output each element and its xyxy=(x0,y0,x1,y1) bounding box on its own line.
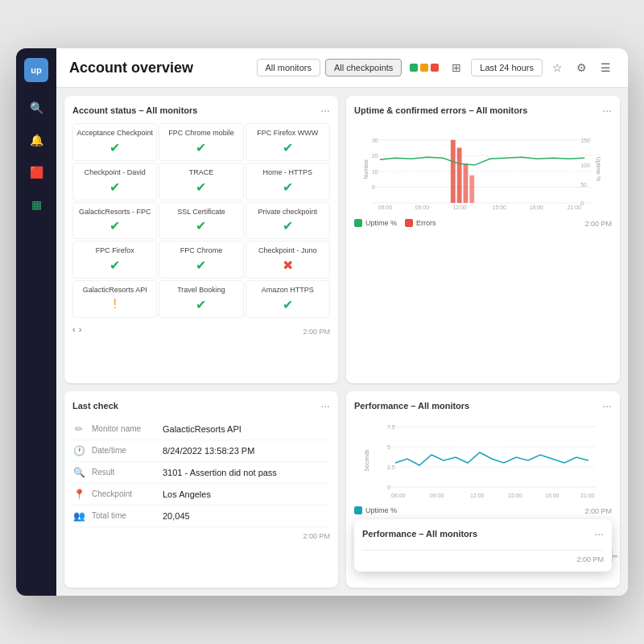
ok-icon: ✔ xyxy=(109,258,120,272)
status-grid: Acceptance Checkpoint✔FPC Chrome mobile✔… xyxy=(72,123,330,318)
status-pagination[interactable]: ‹ › xyxy=(72,324,81,334)
sidebar-item-search[interactable]: 🔍 xyxy=(23,95,49,121)
status-cell: Checkpoint - Juno✖ xyxy=(246,241,330,279)
next-page[interactable]: › xyxy=(79,324,82,334)
uptime-menu[interactable]: ··· xyxy=(602,104,612,117)
svg-text:06:00: 06:00 xyxy=(391,493,406,498)
sidebar-item-reports[interactable]: ▦ xyxy=(23,192,49,217)
sidebar: up 🔍 🔔 🟥 ▦ xyxy=(16,48,56,596)
status-cell: Private checkpoint✔ xyxy=(246,202,330,240)
status-cell-name: FPC Firefox WWW xyxy=(250,129,326,138)
all-checkpoints-button[interactable]: All checkpoints xyxy=(325,59,402,76)
ok-icon: ✔ xyxy=(196,258,206,272)
last-24h-button[interactable]: Last 24 hours xyxy=(471,59,543,76)
ok-icon: ✔ xyxy=(283,141,293,155)
status-cell-name: FPC Chrome mobile xyxy=(163,129,239,138)
svg-text:21:00: 21:00 xyxy=(580,493,595,498)
warn-icon: ! xyxy=(113,297,116,311)
status-cell: Amazon HTTPS✔ xyxy=(246,280,330,318)
uptime-y2-label: Uptime % xyxy=(595,157,601,181)
status-cell-name: Home - HTTPS xyxy=(250,168,326,177)
page-title: Account overview xyxy=(69,60,193,76)
perf-timestamp: 2:00 PM xyxy=(584,507,612,515)
dot-red xyxy=(431,64,439,72)
checkpoint-row: 📍 Checkpoint Los Angeles xyxy=(72,484,330,506)
ok-icon: ✔ xyxy=(196,180,206,194)
svg-text:15:00: 15:00 xyxy=(508,493,522,498)
uptime-legend-uptime: Uptime % xyxy=(354,219,397,227)
status-cell: Home - HTTPS✔ xyxy=(246,163,330,200)
checkpoint-value: Los Angeles xyxy=(163,489,211,499)
menu-icon[interactable]: ☰ xyxy=(596,58,615,77)
sidebar-item-dashboard[interactable]: 🟥 xyxy=(23,159,49,185)
status-cell: Acceptance Checkpoint✔ xyxy=(72,123,157,161)
perf-menu[interactable]: ··· xyxy=(602,399,612,412)
ok-icon: ✔ xyxy=(109,219,120,233)
svg-text:18:00: 18:00 xyxy=(545,493,559,498)
total-time-value: 20,045 xyxy=(163,511,190,521)
account-status-menu[interactable]: ··· xyxy=(320,104,330,117)
account-status-header: Account status – All monitors ··· xyxy=(72,104,330,117)
svg-text:2.5: 2.5 xyxy=(387,464,395,470)
last-check-timestamp: 2:00 PM xyxy=(72,532,330,540)
status-cell-name: SSL Certificate xyxy=(163,208,239,217)
status-cell: Travel Booking✔ xyxy=(159,280,243,318)
grid-icon[interactable]: ⊞ xyxy=(447,58,466,77)
svg-text:7.5: 7.5 xyxy=(387,424,395,430)
perf-legend: Uptime % xyxy=(354,506,397,514)
main-content: Account overview All monitors All checkp… xyxy=(56,48,628,596)
ok-icon: ✔ xyxy=(196,141,206,155)
magnifier-icon: 🔍 xyxy=(72,467,85,478)
svg-text:10: 10 xyxy=(372,169,378,175)
col-monitor xyxy=(423,547,483,551)
col-date xyxy=(362,547,423,551)
location-icon: 📍 xyxy=(72,489,85,500)
perf-table-panel: Performance – All monitors ··· 2:00 PM xyxy=(354,519,612,572)
err-icon: ✖ xyxy=(283,258,293,272)
svg-text:0: 0 xyxy=(372,184,375,190)
last-check-panel: Last check ··· ✏ Monitor name GalacticRe… xyxy=(64,391,338,588)
svg-text:18:00: 18:00 xyxy=(530,204,543,210)
dot-green xyxy=(410,64,418,72)
users-icon: 👥 xyxy=(72,510,85,522)
svg-text:12:00: 12:00 xyxy=(453,204,467,210)
star-icon[interactable]: ☆ xyxy=(547,58,567,77)
status-cell-name: GalacticResorts - FPC xyxy=(76,208,153,217)
perf-table-timestamp: 2:00 PM xyxy=(576,555,604,564)
sidebar-logo[interactable]: up xyxy=(24,58,48,82)
status-cell: FPC Firefox✔ xyxy=(72,241,157,279)
status-cell-name: FPC Chrome xyxy=(163,246,239,255)
svg-text:15:00: 15:00 xyxy=(493,204,506,210)
settings-icon[interactable]: ⚙ xyxy=(572,58,591,77)
account-status-panel: Account status – All monitors ··· Accept… xyxy=(64,96,338,383)
perf-table-menu[interactable]: ··· xyxy=(594,527,604,540)
result-row: 🔍 Result 3101 - Assertion did not pass xyxy=(72,462,330,484)
prev-page[interactable]: ‹ xyxy=(72,324,76,334)
status-cell: SSL Certificate✔ xyxy=(159,202,243,240)
uptime-timestamp: 2:00 PM xyxy=(584,220,612,228)
status-cell-name: Acceptance Checkpoint xyxy=(76,129,153,138)
svg-rect-13 xyxy=(451,140,456,203)
datetime-row: 🕐 Date/time 8/24/2022 13:58:23 PM xyxy=(72,440,330,462)
svg-text:50: 50 xyxy=(580,182,587,188)
sidebar-item-alerts[interactable]: 🔔 xyxy=(23,127,49,153)
status-cell: FPC Chrome mobile✔ xyxy=(159,123,243,161)
svg-text:150: 150 xyxy=(580,138,590,143)
header-controls: All monitors All checkpoints ⊞ Last 24 h… xyxy=(257,58,616,77)
ok-icon: ✔ xyxy=(109,180,120,194)
svg-rect-15 xyxy=(464,163,469,203)
status-cell: TRACE✔ xyxy=(159,163,243,200)
perf-legend-item: Uptime % xyxy=(354,506,397,514)
svg-text:0: 0 xyxy=(387,485,390,490)
status-cell-name: Travel Booking xyxy=(163,286,239,295)
status-cell: FPC Chrome✔ xyxy=(159,241,243,279)
perf-y-label: Seconds xyxy=(364,449,369,471)
svg-rect-16 xyxy=(469,175,474,203)
all-monitors-button[interactable]: All monitors xyxy=(257,59,320,76)
ok-icon: ✔ xyxy=(283,219,293,233)
svg-text:06:00: 06:00 xyxy=(378,204,392,210)
last-check-menu[interactable]: ··· xyxy=(320,399,330,412)
svg-text:5: 5 xyxy=(387,444,390,450)
perf-header: Performance – All monitors ··· xyxy=(354,399,612,412)
ok-icon: ✔ xyxy=(109,141,120,155)
